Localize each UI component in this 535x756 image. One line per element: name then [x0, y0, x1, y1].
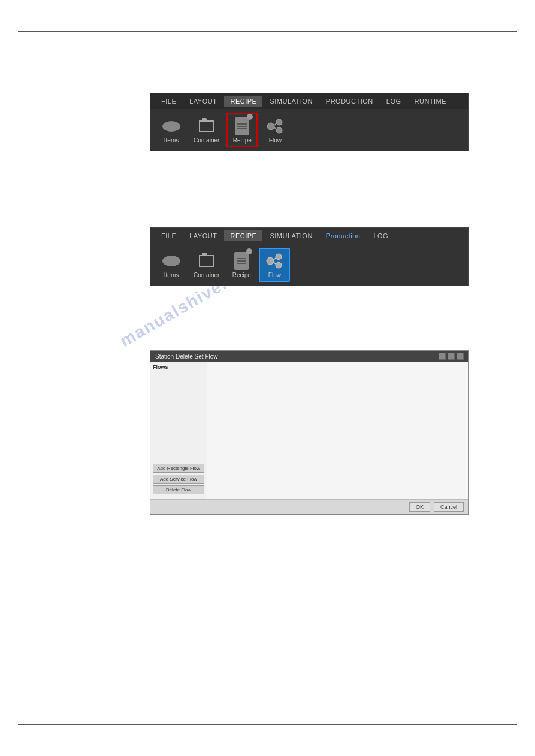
- menu-log-1[interactable]: LOG: [380, 96, 407, 107]
- delete-flow-btn[interactable]: Delete Flow: [153, 485, 204, 494]
- dialog-left-panel: Flows Add Rectangle Flow Add Service Flo…: [150, 362, 207, 499]
- menu-simulation-1[interactable]: SIMULATION: [264, 96, 318, 107]
- menu-bar-2: FILE LAYOUT RECIPE SIMULATION Production…: [150, 228, 468, 244]
- dialog-window: Station Delete Set Flow Flows Add Rectan…: [150, 350, 469, 515]
- menu-bar-1: FILE LAYOUT RECIPE SIMULATION PRODUCTION…: [150, 93, 468, 109]
- screenshot3: Station Delete Set Flow Flows Add Rectan…: [150, 350, 469, 515]
- tool-container-1[interactable]: Container: [189, 114, 224, 146]
- add-service-flow-btn[interactable]: Add Service Flow: [153, 475, 204, 484]
- svg-point-5: [267, 257, 274, 265]
- dialog-titlebar: Station Delete Set Flow: [150, 351, 468, 362]
- svg-line-8: [274, 258, 276, 260]
- dialog-maximize-btn[interactable]: [448, 353, 455, 360]
- recipe-icon-2: [232, 251, 251, 271]
- tool-items-2[interactable]: Items: [156, 249, 186, 281]
- container-label-2: Container: [194, 272, 219, 278]
- dialog-titlebar-buttons: [439, 353, 464, 360]
- svg-point-6: [276, 254, 282, 260]
- svg-point-2: [276, 127, 282, 133]
- container-icon-1: [197, 117, 216, 136]
- svg-point-7: [276, 262, 282, 268]
- menu-production-1[interactable]: PRODUCTION: [320, 96, 379, 107]
- items-icon-1: [162, 117, 181, 136]
- menu-production-2[interactable]: Production: [320, 230, 367, 241]
- screenshot2: FILE LAYOUT RECIPE SIMULATION Production…: [150, 227, 469, 286]
- flow-icon-2: [265, 251, 284, 271]
- dialog-footer: OK Cancel: [150, 499, 468, 514]
- dialog-minimize-btn[interactable]: [439, 353, 446, 360]
- dialog-action-buttons: Add Rectangle Flow Add Service Flow Dele…: [153, 464, 204, 494]
- tool-recipe-1[interactable]: Recipe: [226, 113, 258, 147]
- tool-recipe-2[interactable]: Recipe: [226, 249, 256, 281]
- dialog-left-title: Flows: [153, 364, 204, 370]
- menu-file-2[interactable]: FILE: [155, 230, 182, 241]
- items-label-2: Items: [164, 272, 179, 278]
- dialog-ok-btn[interactable]: OK: [409, 502, 430, 512]
- menu-recipe-1[interactable]: RECIPE: [224, 96, 262, 107]
- menu-layout-2[interactable]: LAYOUT: [183, 230, 223, 241]
- screenshot1: FILE LAYOUT RECIPE SIMULATION PRODUCTION…: [150, 93, 469, 151]
- dialog-title: Station Delete Set Flow: [155, 353, 218, 360]
- flow-label-1: Flow: [269, 137, 282, 144]
- tool-flow-1[interactable]: Flow: [260, 114, 290, 146]
- menu-file-1[interactable]: FILE: [155, 96, 182, 107]
- items-icon-2: [162, 251, 181, 271]
- flows-list: [153, 372, 204, 456]
- dialog-body: Flows Add Rectangle Flow Add Service Flo…: [150, 362, 468, 499]
- tool-container-2[interactable]: Container: [189, 249, 224, 281]
- add-rectangle-flow-btn[interactable]: Add Rectangle Flow: [153, 464, 204, 473]
- menu-simulation-2[interactable]: SIMULATION: [264, 230, 318, 241]
- recipe-label-2: Recipe: [232, 272, 251, 278]
- svg-point-1: [276, 119, 282, 125]
- menu-log-2[interactable]: LOG: [367, 230, 394, 241]
- tool-items-1[interactable]: Items: [156, 114, 186, 146]
- container-label-1: Container: [194, 137, 219, 144]
- toolbar-body-1: Items Container Recipe: [150, 109, 468, 151]
- items-label-1: Items: [164, 137, 179, 144]
- svg-line-9: [274, 262, 276, 264]
- svg-line-4: [274, 127, 276, 129]
- dialog-right-panel: [207, 362, 468, 499]
- container-icon-2: [197, 251, 216, 271]
- svg-line-3: [274, 123, 276, 125]
- recipe-label-1: Recipe: [233, 137, 252, 144]
- dialog-close-btn[interactable]: [457, 353, 464, 360]
- bottom-rule: [18, 724, 517, 725]
- svg-point-0: [267, 123, 274, 130]
- flow-label-2: Flow: [268, 272, 281, 278]
- flow-icon-1: [265, 117, 285, 136]
- toolbar-body-2: Items Container Recipe: [150, 244, 468, 286]
- menu-runtime-1[interactable]: RUNTIME: [409, 96, 453, 107]
- dialog-cancel-btn[interactable]: Cancel: [434, 502, 464, 512]
- menu-layout-1[interactable]: LAYOUT: [183, 96, 223, 107]
- recipe-icon-1: [232, 117, 252, 136]
- tool-flow-2[interactable]: Flow: [259, 248, 290, 282]
- menu-recipe-2[interactable]: RECIPE: [224, 230, 262, 241]
- top-rule: [18, 31, 517, 32]
